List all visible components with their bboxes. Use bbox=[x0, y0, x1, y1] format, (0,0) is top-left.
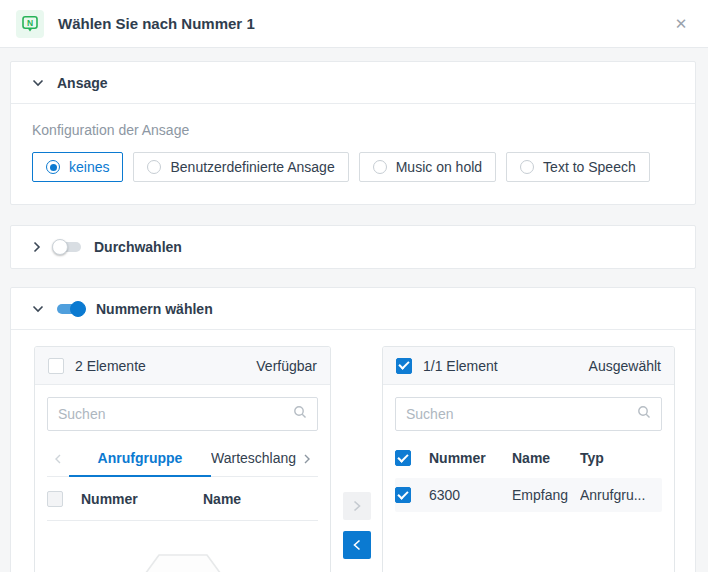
cell-nummer: 6300 bbox=[429, 487, 512, 503]
tab-warteschlange[interactable]: Warteschlange bbox=[211, 441, 296, 477]
column-header-name: Name bbox=[203, 491, 318, 507]
section-durchwahlen: Durchwahlen bbox=[10, 225, 696, 269]
config-ansage-label: Konfiguration der Ansage bbox=[32, 122, 674, 138]
toggle-knob bbox=[70, 301, 86, 317]
radio-label: Benutzerdefinierte Ansage bbox=[170, 159, 334, 175]
chevron-right-icon bbox=[32, 241, 42, 253]
chevron-right-icon bbox=[352, 500, 362, 512]
available-tabs: Anrufgruppe Warteschlange bbox=[47, 441, 318, 477]
selected-state-label: Ausgewählt bbox=[589, 358, 661, 374]
tabs-next-icon[interactable] bbox=[296, 454, 318, 464]
ansage-body: Konfiguration der Ansage keines Benutzer… bbox=[11, 104, 695, 204]
dialog-waehlen-nach-nummer: N Wählen Sie nach Nummer 1 ✕ Ansage Konf… bbox=[0, 0, 708, 572]
search-input[interactable] bbox=[58, 406, 293, 422]
column-header-typ: Typ bbox=[580, 450, 662, 466]
cell-name: Empfang bbox=[512, 487, 580, 503]
transfer-buttons bbox=[335, 492, 379, 572]
row-checkbox[interactable] bbox=[395, 487, 411, 503]
section-header-durchwahlen[interactable]: Durchwahlen bbox=[11, 226, 695, 268]
select-page-checkbox[interactable] bbox=[395, 450, 411, 466]
nummern-toggle[interactable] bbox=[57, 304, 83, 314]
section-nummern-waehlen: Nummern wählen 2 Elemente Verfügbar bbox=[10, 287, 696, 572]
available-panel-body: Anrufgruppe Warteschlange Nummer Name bbox=[35, 385, 330, 572]
close-icon[interactable]: ✕ bbox=[670, 13, 692, 35]
radio-icon bbox=[46, 160, 60, 174]
select-all-available-checkbox[interactable] bbox=[48, 358, 64, 374]
toggle-knob bbox=[52, 239, 68, 255]
radio-icon bbox=[520, 160, 534, 174]
empty-inbox-icon bbox=[137, 548, 229, 572]
available-panel-header: 2 Elemente Verfügbar bbox=[35, 347, 330, 385]
table-row[interactable]: 6300 Empfang Anrufgru... bbox=[395, 478, 662, 512]
chevron-down-icon bbox=[32, 78, 44, 88]
move-right-button[interactable] bbox=[343, 492, 371, 520]
cell-typ: Anrufgru... bbox=[580, 487, 662, 503]
ansage-radio-group: keines Benutzerdefinierte Ansage Music o… bbox=[32, 152, 674, 182]
column-header-nummer: Nummer bbox=[429, 450, 512, 466]
section-title-ansage: Ansage bbox=[57, 75, 108, 91]
page-title: Wählen Sie nach Nummer 1 bbox=[58, 15, 255, 32]
dial-by-number-icon: N bbox=[16, 10, 44, 38]
radio-label: Music on hold bbox=[396, 159, 482, 175]
durchwahlen-toggle[interactable] bbox=[55, 242, 81, 252]
move-left-button[interactable] bbox=[343, 531, 371, 559]
chevron-down-icon bbox=[32, 304, 44, 314]
radio-option-keines[interactable]: keines bbox=[32, 152, 123, 182]
section-header-nummern[interactable]: Nummern wählen bbox=[11, 288, 695, 330]
select-all-selected-checkbox[interactable] bbox=[396, 358, 412, 374]
radio-icon bbox=[373, 160, 387, 174]
radio-option-music-on-hold[interactable]: Music on hold bbox=[359, 152, 496, 182]
search-input[interactable] bbox=[406, 406, 637, 422]
radio-label: Text to Speech bbox=[543, 159, 636, 175]
modal-header: N Wählen Sie nach Nummer 1 ✕ bbox=[0, 0, 708, 48]
chevron-left-icon bbox=[352, 539, 362, 551]
transfer-widget: 2 Elemente Verfügbar Anrufgruppe bbox=[11, 330, 695, 572]
available-panel: 2 Elemente Verfügbar Anrufgruppe bbox=[34, 346, 331, 572]
section-title-durchwahlen: Durchwahlen bbox=[94, 239, 182, 255]
selected-panel: 1/1 Element Ausgewählt Nummer Name T bbox=[382, 346, 675, 572]
selected-count: 1/1 Element bbox=[423, 358, 498, 374]
selected-search bbox=[395, 397, 662, 431]
selected-panel-body: Nummer Name Typ 6300 Empfang Anrufgru... bbox=[383, 385, 674, 524]
available-table-header: Nummer Name bbox=[47, 477, 318, 521]
selected-table-header: Nummer Name Typ bbox=[395, 438, 662, 478]
column-header-nummer: Nummer bbox=[81, 491, 203, 507]
section-ansage: Ansage Konfiguration der Ansage keines B… bbox=[10, 61, 696, 205]
svg-text:N: N bbox=[27, 17, 33, 27]
available-state-label: Verfügbar bbox=[256, 358, 317, 374]
available-count: 2 Elemente bbox=[75, 358, 146, 374]
available-search bbox=[47, 397, 318, 431]
section-title-nummern: Nummern wählen bbox=[96, 301, 213, 317]
section-header-ansage[interactable]: Ansage bbox=[11, 62, 695, 104]
tab-anrufgruppe[interactable]: Anrufgruppe bbox=[69, 441, 211, 477]
radio-option-benutzerdefinierte-ansage[interactable]: Benutzerdefinierte Ansage bbox=[133, 152, 348, 182]
radio-label: keines bbox=[69, 159, 109, 175]
search-icon bbox=[637, 405, 651, 423]
select-page-checkbox[interactable] bbox=[47, 491, 63, 507]
selected-panel-header: 1/1 Element Ausgewählt bbox=[383, 347, 674, 385]
tabs-prev-icon[interactable] bbox=[47, 454, 69, 464]
search-icon bbox=[293, 405, 307, 423]
radio-option-text-to-speech[interactable]: Text to Speech bbox=[506, 152, 650, 182]
radio-icon bbox=[147, 160, 161, 174]
column-header-name: Name bbox=[512, 450, 580, 466]
empty-state bbox=[47, 521, 318, 572]
